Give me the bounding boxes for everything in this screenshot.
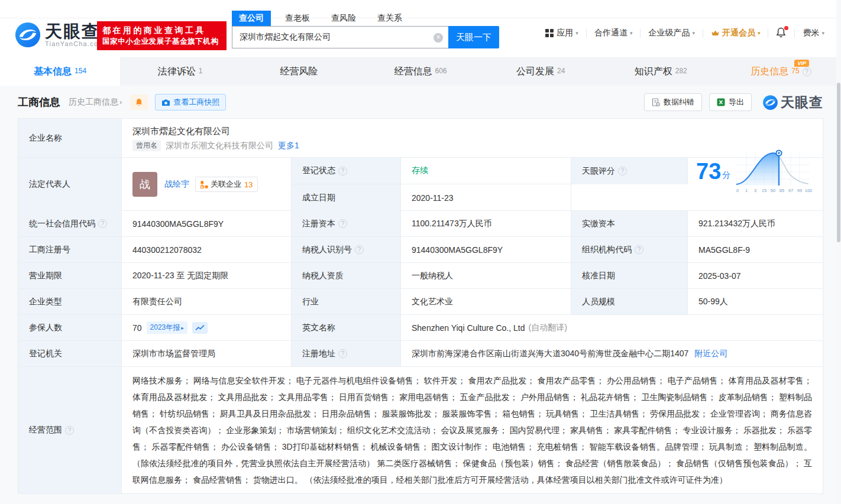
score-cell[interactable]: 73 分 bbox=[688, 158, 823, 184]
search-tab-relation[interactable]: 查关系 bbox=[370, 11, 409, 26]
chevron-down-icon: ▾ bbox=[692, 30, 695, 36]
annual-report-badge[interactable]: 2023年报 ▸ bbox=[147, 321, 187, 334]
insured-trend-button[interactable] bbox=[192, 322, 208, 334]
search-tab-company[interactable]: 查公司 bbox=[232, 11, 271, 26]
nav-apps[interactable]: 应用 ▾ bbox=[545, 28, 578, 38]
nav-user-label: 费米 bbox=[803, 28, 819, 38]
chevron-down-icon: ▾ bbox=[575, 30, 578, 36]
help-icon[interactable]: ? bbox=[98, 219, 107, 228]
svg-text:1: 1 bbox=[745, 188, 748, 193]
data-correction-button[interactable]: 数据纠错 bbox=[644, 93, 702, 111]
tianyancha-logo[interactable]: 天眼查 TianYanCha.com bbox=[14, 21, 105, 48]
nav-open-vip[interactable]: 开通会员 ▾ bbox=[711, 28, 761, 38]
table-row: 企业名称 深圳市熠起文化有限公司 曾用名 深圳市乐潮文化科技有限公司 更多1 bbox=[18, 119, 823, 158]
crown-icon bbox=[711, 30, 720, 37]
chevron-down-icon: ▾ bbox=[758, 30, 761, 36]
former-name-badge: 曾用名 bbox=[132, 140, 161, 151]
nearby-companies-link[interactable]: 附近公司 bbox=[694, 349, 727, 359]
nav-partner[interactable]: 合作通道 ▾ bbox=[594, 28, 633, 38]
legal-rep-cell: 战 战绘宇 关联企业 13 bbox=[122, 158, 292, 211]
clear-icon[interactable]: × bbox=[434, 33, 443, 43]
help-icon[interactable]: ? bbox=[635, 245, 643, 254]
nav-divider bbox=[640, 29, 641, 38]
tab-legal-cases[interactable]: 法律诉讼 1 bbox=[120, 57, 240, 86]
table-row: 企业类型 有限责任公司 行业 文化艺术业 人员规模 50-99人 bbox=[18, 289, 823, 315]
svg-text:15: 15 bbox=[762, 188, 766, 193]
scrollbar-thumb[interactable] bbox=[837, 83, 840, 242]
business-info-table: 企业名称 深圳市熠起文化有限公司 曾用名 深圳市乐潮文化科技有限公司 更多1 法… bbox=[18, 118, 823, 494]
org-chart-icon bbox=[200, 181, 208, 188]
vip-badge: VIP bbox=[794, 60, 809, 67]
approval-date-label: 核准日期 bbox=[571, 263, 688, 288]
nav-apps-label: 应用 bbox=[557, 28, 573, 38]
reg-capital-label: 注册资本? bbox=[292, 211, 401, 236]
export-button[interactable]: 导出 bbox=[709, 93, 752, 111]
reg-address-label: 注册地址? bbox=[292, 341, 401, 366]
tab-company-development[interactable]: 公司发展 24 bbox=[481, 57, 601, 86]
paid-capital-value: 921.213432万人民币 bbox=[688, 211, 823, 236]
reg-status-label: 登记状态? bbox=[292, 158, 401, 184]
monitor-bell-button[interactable] bbox=[130, 95, 148, 110]
apps-grid-icon bbox=[545, 29, 554, 37]
search-button[interactable]: 天眼一下 bbox=[448, 26, 499, 48]
help-icon[interactable]: ? bbox=[355, 245, 364, 254]
svg-text:0: 0 bbox=[736, 188, 739, 193]
reg-status-value: 存续 bbox=[401, 158, 571, 184]
svg-text:97: 97 bbox=[788, 188, 793, 193]
tab-basic-info[interactable]: 基本信息 154 bbox=[0, 57, 120, 86]
help-icon[interactable]: ? bbox=[618, 167, 627, 175]
legal-rep-name-link[interactable]: 战绘宇 bbox=[164, 179, 189, 190]
staff-size-value: 50-99人 bbox=[688, 289, 823, 314]
view-business-snapshot-button[interactable]: 查看工商快照 bbox=[155, 94, 226, 110]
table-row: 统一社会信用代码? 91440300MA5GGL8F9Y 注册资本? 1100.… bbox=[18, 211, 823, 237]
page-scrollbar bbox=[836, 0, 841, 504]
reg-address-cell: 深圳市前海深港合作区南山街道兴海大道3040号前海世茂金融中心二期1407 附近… bbox=[401, 341, 823, 366]
tab-intellectual-property[interactable]: 知识产权 282 bbox=[601, 57, 721, 86]
svg-text:99: 99 bbox=[797, 188, 802, 193]
search-row: × 天眼一下 bbox=[232, 26, 499, 48]
chevron-down-icon: ▾ bbox=[630, 30, 633, 36]
section-header: 工商信息 历史工商信息› 查看工商快照 bbox=[18, 90, 823, 115]
tab-operating-risk[interactable]: 经营风险 bbox=[240, 57, 360, 86]
arrow-right-icon: ▸ bbox=[181, 325, 184, 331]
taxpayer-id-label: 纳税人识别号? bbox=[292, 237, 401, 262]
legal-rep-label: 法定代表人 bbox=[18, 158, 122, 211]
table-row: 工商注册号 440300212078032 纳税人识别号? 91440300MA… bbox=[18, 237, 823, 263]
former-name: 深圳市乐潮文化科技有限公司 bbox=[166, 141, 273, 151]
table-row: 登记机关 深圳市市场监督管理局 注册地址? 深圳市前海深港合作区南山街道兴海大道… bbox=[18, 341, 823, 367]
related-companies-badge[interactable]: 关联企业 13 bbox=[195, 177, 258, 192]
nav-partner-label: 合作通道 bbox=[594, 28, 627, 38]
help-icon[interactable]: ? bbox=[338, 219, 347, 228]
insured-count: 70 bbox=[132, 323, 142, 333]
nav-enterprise[interactable]: 企业级产品 ▾ bbox=[648, 28, 695, 38]
help-icon[interactable]: ? bbox=[803, 67, 811, 76]
promo-banner: 都在用的商业查询工具 国家中小企业发展子基金旗下机构 bbox=[97, 21, 227, 50]
reg-number-value: 440300212078032 bbox=[122, 237, 292, 262]
approval-date-value: 2025-03-07 bbox=[688, 263, 823, 288]
excel-icon bbox=[717, 98, 725, 106]
history-business-info-link[interactable]: 历史工商信息› bbox=[69, 97, 122, 108]
table-row: 参保人数 70 2023年报 ▸ 英文名称 Shenzhen Yiqi bbox=[18, 315, 823, 341]
svg-text:85: 85 bbox=[779, 188, 784, 193]
more-former-names-link[interactable]: 更多1 bbox=[278, 141, 299, 151]
tianyancha-logo-icon bbox=[762, 95, 778, 110]
business-term-value: 2020-11-23 至 无固定期限 bbox=[122, 263, 292, 288]
chevron-down-icon: ▾ bbox=[821, 30, 824, 36]
search-input[interactable] bbox=[232, 27, 448, 48]
nav-divider bbox=[768, 29, 768, 38]
tab-history-info[interactable]: VIP 历史信息 75 ? bbox=[721, 57, 841, 86]
search-tab-risk[interactable]: 查风险 bbox=[324, 11, 363, 26]
taxpayer-quality-label: 纳税人资质 bbox=[292, 263, 401, 288]
notification-dot bbox=[784, 26, 788, 30]
company-type-label: 企业类型 bbox=[18, 289, 122, 314]
nav-user[interactable]: 费米 ▾ bbox=[803, 28, 824, 38]
english-name-cell: Shenzhen Yiqi Culture Co., Ltd (自动翻译) bbox=[401, 315, 823, 340]
help-icon[interactable]: ? bbox=[338, 167, 347, 175]
legal-rep-avatar[interactable]: 战 bbox=[132, 172, 157, 197]
help-icon[interactable]: ? bbox=[338, 349, 347, 358]
taxpayer-id-value: 91440300MA5GGL8F9Y bbox=[401, 237, 571, 262]
notification-bell[interactable] bbox=[776, 27, 787, 39]
search-tab-boss[interactable]: 查老板 bbox=[278, 11, 317, 26]
tab-business-info[interactable]: 经营信息 606 bbox=[360, 57, 480, 86]
help-icon[interactable]: ? bbox=[65, 426, 74, 435]
